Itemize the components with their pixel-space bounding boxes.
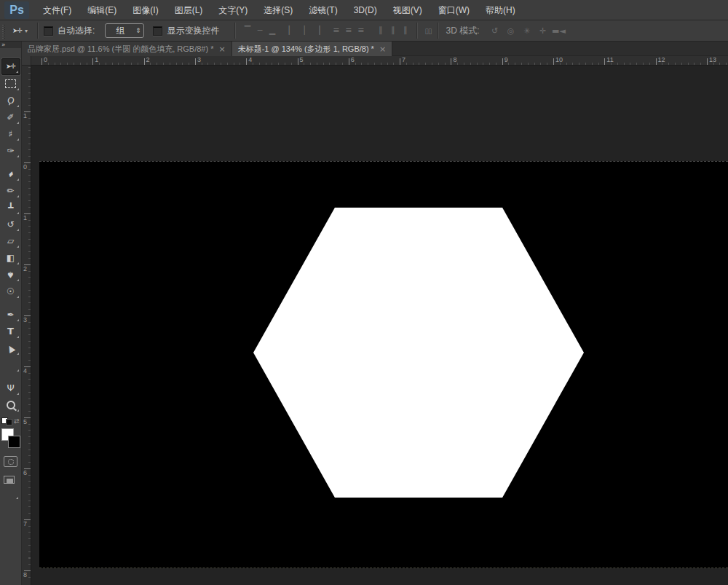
default-swap-colors[interactable]: ⇄ — [1, 416, 21, 425]
horizontal-ruler[interactable]: 012345678910111213 — [31, 56, 728, 66]
menu-item[interactable]: 文件(F) — [35, 0, 79, 20]
tool-blur[interactable]: ♠ — [1, 266, 20, 283]
ruler-label: 3 — [197, 56, 201, 63]
quick-select-icon: ✐ — [7, 113, 14, 122]
tool-history-brush[interactable]: ↺ — [1, 216, 20, 232]
ruler-label: 4 — [23, 367, 27, 374]
tool-type[interactable]: T — [1, 323, 20, 339]
3d-mode-icon[interactable]: ✛ — [534, 26, 550, 36]
tool-marquee[interactable] — [1, 75, 20, 92]
ruler-label: 1 — [23, 112, 27, 119]
3d-mode-icon[interactable]: ✳ — [518, 26, 534, 36]
swap-colors-icon[interactable]: ⇄ — [14, 417, 20, 425]
panel-grip-handle[interactable] — [1, 23, 7, 39]
tool-shape-polygon[interactable] — [1, 356, 20, 373]
tool-lasso[interactable]: Ϙ — [1, 92, 20, 109]
menu-item[interactable]: 编辑(E) — [79, 0, 124, 20]
ruler-label: 5 — [300, 56, 304, 63]
tool-eraser[interactable]: ▱ — [1, 232, 20, 249]
align-icon[interactable]: ─ — [253, 23, 266, 38]
ruler-label: 12 — [658, 56, 665, 63]
menu-item[interactable]: 帮助(H) — [478, 0, 523, 20]
background-color-swatch[interactable] — [8, 436, 20, 448]
tool-zoom[interactable] — [1, 396, 20, 413]
close-icon[interactable]: × — [379, 44, 386, 54]
show-transform-toggle[interactable]: 显示变换控件 — [153, 25, 225, 37]
show-transform-checkbox[interactable] — [153, 26, 162, 36]
tool-path-select[interactable]: ▲ — [1, 339, 20, 356]
document-area: 品牌家居.psd @ 11.6% (半圆 的颜色填充, RGB/8#) *×未标… — [22, 42, 728, 585]
quick-mask-button[interactable] — [4, 456, 17, 467]
ruler-label: 7 — [402, 56, 405, 63]
3d-mode-icon[interactable]: ▬◄ — [550, 26, 566, 36]
tool-dodge[interactable]: ☉ — [1, 283, 20, 299]
history-brush-icon: ↺ — [7, 220, 14, 229]
align-icon[interactable]: ∥ — [399, 23, 411, 38]
menu-item[interactable]: 选择(S) — [256, 0, 301, 20]
options-bar: ➤✛ ▾ 自动选择: 组 ⇕ 显示变换控件 ▔─▁▏│▕≡≡≡∥∥∥ ▯▯ 3D… — [0, 20, 728, 42]
menu-item[interactable]: 3D(D) — [346, 0, 385, 20]
screen-mode-button[interactable] — [4, 476, 15, 484]
align-icon[interactable]: ▔ — [241, 23, 253, 38]
tool-quick-select[interactable]: ✐ — [1, 109, 20, 125]
tool-preset-picker[interactable]: ➤✛ ▾ — [12, 28, 28, 34]
align-icon[interactable]: ≡ — [355, 23, 367, 38]
vertical-ruler[interactable]: 1012345678 — [22, 66, 31, 585]
ruler-label: 8 — [453, 56, 456, 63]
align-icon[interactable]: ▕ — [310, 23, 323, 38]
separator — [416, 23, 418, 39]
3d-mode-icon[interactable]: ↺ — [486, 26, 502, 36]
distribute-icon[interactable]: ▯▯ — [424, 27, 431, 35]
align-icon[interactable]: │ — [298, 23, 310, 38]
tool-pen[interactable]: ✒ — [1, 306, 20, 323]
document-canvas[interactable] — [39, 161, 728, 568]
align-icon[interactable]: ≡ — [342, 23, 355, 38]
menu-item[interactable]: 图层(L) — [167, 0, 211, 20]
menu-item[interactable]: 视图(V) — [385, 0, 430, 20]
ruler-label: 0 — [44, 56, 47, 63]
pen-icon: ✒ — [7, 310, 14, 319]
auto-select-checkbox[interactable] — [44, 26, 53, 36]
menu-item[interactable]: 滤镜(T) — [301, 0, 345, 20]
align-icon[interactable]: ∥ — [374, 23, 387, 38]
menu-item[interactable]: 窗口(W) — [430, 0, 478, 20]
menu-item[interactable]: 文字(Y) — [210, 0, 256, 20]
stepper-icon: ⇕ — [135, 27, 141, 34]
separator — [438, 23, 439, 39]
color-swatches — [1, 428, 21, 450]
screen-mode-flyout-icon — [16, 497, 18, 499]
align-icon[interactable]: ≡ — [330, 23, 342, 38]
ruler-label: 2 — [146, 56, 150, 63]
align-icon[interactable]: ∥ — [387, 23, 399, 38]
blur-icon: ♠ — [7, 270, 15, 279]
polygon-shape[interactable] — [253, 208, 584, 498]
ruler-corner[interactable] — [22, 56, 31, 66]
ruler-label: 1 — [95, 56, 98, 63]
menu-item[interactable]: 图像(I) — [124, 0, 166, 20]
align-icon[interactable]: ▏ — [285, 23, 298, 38]
tool-brush[interactable]: ✏ — [1, 182, 20, 199]
auto-select-toggle[interactable]: 自动选择: — [44, 25, 100, 37]
3d-mode-icon[interactable]: ◎ — [502, 26, 518, 36]
auto-select-target-dropdown[interactable]: 组 ⇕ — [105, 23, 144, 38]
tools-panel-collapse[interactable]: » — [0, 42, 21, 48]
tool-eyedropper[interactable]: ✑ — [1, 142, 20, 159]
healing-brush-icon: ▰ — [6, 169, 15, 178]
align-icon[interactable]: ▁ — [266, 23, 278, 38]
tool-hand[interactable]: Ψ — [1, 380, 20, 396]
document-tab-active[interactable]: 未标题-1 @ 134% (多边形 1, RGB/8) *× — [232, 42, 392, 56]
tool-crop[interactable]: ♯ — [1, 125, 20, 142]
brush-icon: ✏ — [7, 187, 14, 195]
tool-move[interactable]: ➤✛ — [1, 58, 20, 75]
close-icon[interactable]: × — [218, 44, 225, 54]
canvas-viewport[interactable] — [31, 66, 728, 585]
align-icons: ▔─▁▏│▕≡≡≡∥∥∥ — [241, 23, 411, 38]
crop-icon: ♯ — [9, 130, 13, 138]
tool-gradient[interactable]: ◧ — [1, 249, 20, 266]
ruler-label: 11 — [606, 56, 613, 63]
separator — [234, 23, 236, 39]
tool-healing-brush[interactable]: ▰ — [1, 165, 20, 182]
tool-clone-stamp[interactable]: ┻ — [1, 199, 20, 216]
marquee-icon — [5, 79, 16, 88]
document-tab[interactable]: 品牌家居.psd @ 11.6% (半圆 的颜色填充, RGB/8#) *× — [22, 42, 232, 56]
